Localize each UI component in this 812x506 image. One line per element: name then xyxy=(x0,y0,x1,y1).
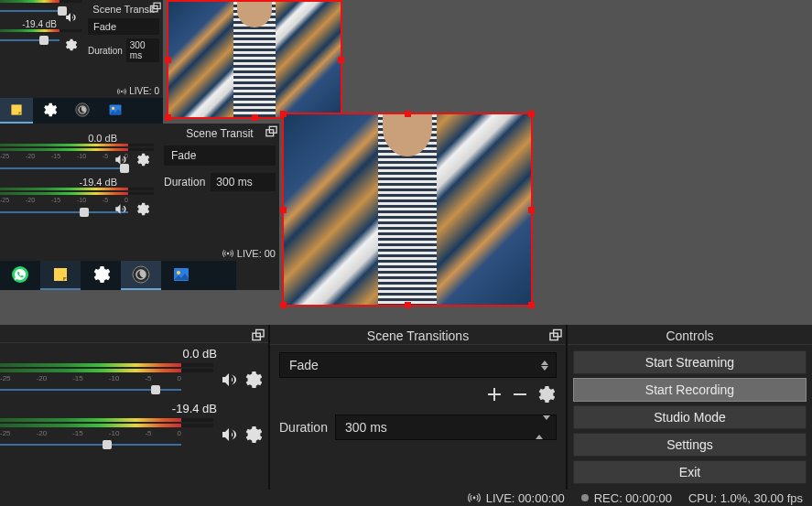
speaker-icon[interactable] xyxy=(60,7,81,27)
taskbar-sticky-notes[interactable] xyxy=(0,98,33,124)
duration-input[interactable]: 300 ms xyxy=(126,38,159,62)
transition-dropdown[interactable]: Fade xyxy=(88,18,159,35)
gear-icon[interactable] xyxy=(132,199,152,219)
taskbar-photos[interactable] xyxy=(161,261,201,290)
duration-label: Duration xyxy=(88,46,123,56)
live-status: LIVE: 00 xyxy=(222,248,276,259)
duration-input[interactable]: 300 ms xyxy=(335,414,557,440)
panel-title: Scene Transit xyxy=(164,127,276,140)
vu-meter xyxy=(0,369,213,372)
vu-meter xyxy=(0,418,213,422)
cpu-status: CPU: 1.0%, 30.00 fps xyxy=(688,491,803,505)
popout-icon[interactable] xyxy=(252,328,265,341)
settings-button[interactable]: Settings xyxy=(573,433,807,457)
speaker-icon[interactable] xyxy=(219,370,239,390)
chevron-updown-icon xyxy=(539,361,550,371)
bottom-dock: 0.0 dB -25-20-15-10-50 -19.4 dB xyxy=(0,325,812,490)
duration-input[interactable]: 300 ms xyxy=(211,173,276,191)
db-readout: -19.4 dB xyxy=(0,177,154,188)
db-readout: 0.0 dB xyxy=(0,347,263,363)
taskbar-obs[interactable] xyxy=(66,98,99,124)
add-transition-button[interactable] xyxy=(483,383,505,405)
chevron-updown-icon xyxy=(536,420,550,435)
webcam-image xyxy=(168,2,341,117)
background-window-small: -19.4 dB Scene Transit Fade Duration 300… xyxy=(0,0,163,124)
mini-scene-transitions: Scene Transit Fade Duration 300 ms xyxy=(84,0,163,66)
speaker-icon[interactable] xyxy=(219,425,239,445)
panel-title: Controls xyxy=(666,328,713,343)
speaker-icon[interactable] xyxy=(110,149,130,169)
vu-meter xyxy=(0,188,154,190)
taskbar-sticky-notes[interactable] xyxy=(40,261,81,290)
rec-status: REC: 00:00:00 xyxy=(581,491,672,505)
taskbar-obs[interactable] xyxy=(121,261,161,290)
gear-icon[interactable] xyxy=(243,425,263,445)
audio-channel: -19.4 dB -25-20-15-10-50 xyxy=(0,402,263,451)
transition-settings-button[interactable] xyxy=(535,383,557,405)
duration-label: Duration xyxy=(164,176,205,188)
studio-mode-button[interactable]: Studio Mode xyxy=(573,405,807,429)
webcam-image xyxy=(284,114,531,305)
mini-mixer: 0.0 dB -25-20-15-10-50 -19.4 dB -25-20-1… xyxy=(0,133,154,221)
live-status: LIVE: 00:00:00 xyxy=(468,491,565,505)
source-preview-large[interactable] xyxy=(282,113,533,307)
gear-icon[interactable] xyxy=(132,149,152,169)
vu-meter xyxy=(0,363,213,367)
taskbar-whatsapp[interactable] xyxy=(0,261,40,290)
remove-transition-button[interactable] xyxy=(509,383,531,405)
speaker-icon[interactable] xyxy=(110,199,130,219)
panel-title: Scene Transit xyxy=(88,4,159,15)
vu-meter xyxy=(0,192,154,195)
status-bar: LIVE: 00:00:00 REC: 00:00:00 CPU: 1.0%, … xyxy=(0,490,812,506)
transition-dropdown[interactable]: Fade xyxy=(279,352,557,378)
source-preview-small[interactable] xyxy=(167,0,342,119)
mini-scene-transitions: Scene Transit Fade Duration 300 ms xyxy=(160,124,279,195)
vu-meter xyxy=(0,424,213,427)
audio-mixer-panel: 0.0 dB -25-20-15-10-50 -19.4 dB xyxy=(0,325,270,490)
start-recording-button[interactable]: Start Recording xyxy=(573,378,807,402)
gear-icon[interactable] xyxy=(60,35,81,55)
controls-panel: Controls Start Streaming Start Recording… xyxy=(568,325,812,490)
audio-channel: 0.0 dB -25-20-15-10-50 xyxy=(0,347,263,396)
scene-transitions-panel: Scene Transitions Fade Duration 300 ms xyxy=(270,325,568,490)
db-readout: 0.0 dB xyxy=(0,133,154,144)
transition-dropdown[interactable]: Fade xyxy=(164,145,276,166)
popout-icon[interactable] xyxy=(549,328,562,341)
taskbar-settings[interactable] xyxy=(81,261,121,290)
live-status: LIVE: 0 xyxy=(117,86,159,96)
taskbar-settings[interactable] xyxy=(33,98,66,124)
broadcast-icon xyxy=(468,491,481,504)
taskbar xyxy=(0,261,236,290)
taskbar xyxy=(0,98,163,124)
db-readout: -19.4 dB xyxy=(0,402,263,418)
duration-label: Duration xyxy=(279,420,328,435)
exit-button[interactable]: Exit xyxy=(573,460,807,484)
panel-title: Scene Transitions xyxy=(367,328,469,343)
mini-mixer: -19.4 dB xyxy=(0,0,82,48)
start-streaming-button[interactable]: Start Streaming xyxy=(573,350,807,374)
volume-slider[interactable] xyxy=(0,438,213,451)
vu-meter xyxy=(0,144,154,146)
meter-ticks: -25-20-15-10-50 xyxy=(0,429,213,438)
record-dot-icon xyxy=(581,494,589,501)
taskbar-photos[interactable] xyxy=(99,98,132,124)
meter-ticks: -25-20-15-10-50 xyxy=(0,374,213,383)
gear-icon[interactable] xyxy=(243,370,263,390)
volume-slider[interactable] xyxy=(0,383,213,396)
vu-meter xyxy=(0,0,82,3)
background-window-medium: 0.0 dB -25-20-15-10-50 -19.4 dB -25-20-1… xyxy=(0,124,279,290)
